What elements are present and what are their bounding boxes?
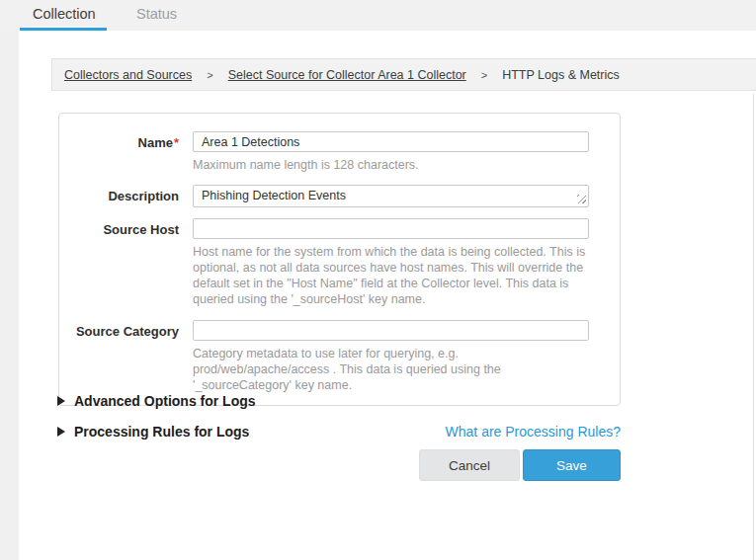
breadcrumb-select-source[interactable]: Select Source for Collector Area 1 Colle…: [228, 68, 466, 82]
action-buttons: Cancel Save: [57, 449, 621, 481]
save-button[interactable]: Save: [523, 449, 621, 481]
breadcrumb-collectors-and-sources[interactable]: Collectors and Sources: [64, 68, 192, 82]
source-category-input[interactable]: [193, 320, 589, 341]
breadcrumb-separator: >: [207, 69, 212, 81]
source-host-label: Source Host: [73, 218, 179, 307]
source-category-row: Source Category Category metadata to use…: [59, 320, 620, 393]
advanced-options-section: Advanced Options for Logs: [57, 393, 621, 409]
description-textarea[interactable]: [193, 185, 589, 207]
scrollbar-track[interactable]: [753, 94, 754, 560]
name-label-text: Name: [138, 135, 173, 150]
content-area: Collectors and Sources > Select Source f…: [19, 31, 756, 560]
processing-rules-label: Processing Rules for Logs: [74, 424, 249, 440]
description-row: Description: [59, 185, 620, 207]
source-category-help-text: Category metadata to use later for query…: [193, 346, 589, 393]
processing-rules-toggle[interactable]: Processing Rules for Logs: [57, 424, 249, 440]
what-are-processing-rules-link[interactable]: What are Processing Rules?: [446, 424, 621, 440]
name-input[interactable]: [193, 131, 589, 152]
required-asterisk: *: [174, 135, 179, 150]
breadcrumb-current-page: HTTP Logs & Metrics: [502, 68, 620, 82]
advanced-options-toggle[interactable]: Advanced Options for Logs: [57, 393, 256, 409]
description-label: Description: [73, 185, 179, 207]
collapsed-triangle-icon: [57, 396, 65, 406]
tab-collection[interactable]: Collection: [33, 6, 96, 22]
tab-bar: Collection Status: [0, 0, 756, 31]
source-category-label: Source Category: [73, 320, 179, 393]
name-row: Name* Maximum name length is 128 charact…: [59, 131, 620, 173]
advanced-options-label: Advanced Options for Logs: [74, 393, 256, 409]
source-host-input[interactable]: [193, 218, 589, 239]
breadcrumb-separator: >: [481, 69, 487, 81]
cancel-button[interactable]: Cancel: [419, 449, 520, 481]
source-host-row: Source Host Host name for the system fro…: [59, 218, 620, 307]
breadcrumb: Collectors and Sources > Select Source f…: [51, 58, 756, 91]
source-config-panel: Name* Maximum name length is 128 charact…: [58, 113, 621, 406]
collapsed-triangle-icon: [57, 427, 65, 437]
tab-status[interactable]: Status: [136, 6, 177, 22]
processing-rules-section: Processing Rules for Logs What are Proce…: [57, 424, 621, 440]
source-host-help-text: Host name for the system from which the …: [193, 244, 589, 307]
name-label: Name*: [73, 131, 179, 173]
name-help-text: Maximum name length is 128 characters.: [193, 157, 589, 173]
